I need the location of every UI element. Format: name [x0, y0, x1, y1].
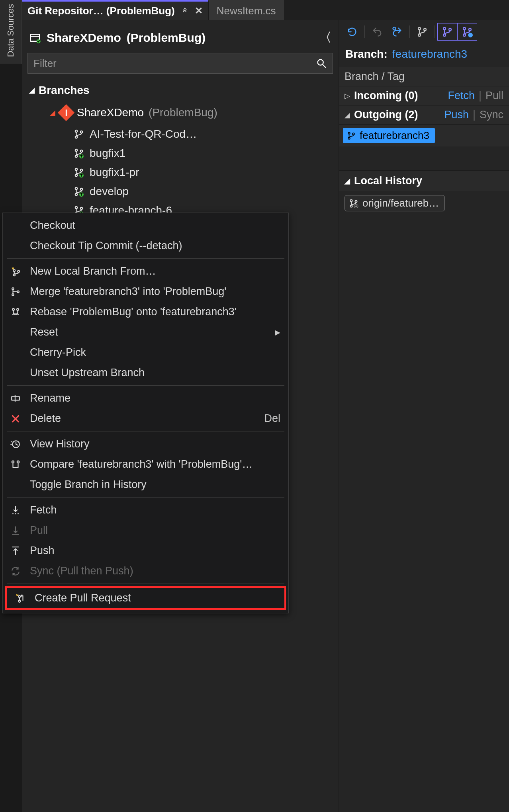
expander-icon: ◢ — [50, 108, 55, 117]
local-history-label: Local History — [354, 175, 422, 187]
branch-name: develop — [90, 185, 129, 198]
undo-button[interactable] — [367, 23, 387, 41]
ctx-compare[interactable]: Compare 'featurebranch3' with 'ProblemBu… — [3, 454, 288, 474]
branch-item[interactable]: bugfix1 — [22, 144, 339, 163]
pull-link[interactable]: Pull — [486, 90, 503, 102]
sync-icon — [10, 566, 21, 576]
ctx-merge[interactable]: Merge 'featurebranch3' into 'ProblemBug' — [3, 281, 288, 302]
ctx-view-history[interactable]: View History — [3, 434, 288, 454]
branch-sync-icon — [462, 26, 473, 37]
repo-header[interactable]: ShareXDemo (ProblemBug) 〈 — [22, 25, 339, 53]
branch-context-menu: Checkout Checkout Tip Commit (--detach) … — [2, 213, 289, 613]
submenu-arrow-icon: ▶ — [275, 328, 280, 337]
highlighted-ctx-create-pr: Create Pull Request — [5, 586, 286, 610]
ctx-push[interactable]: Push — [3, 541, 288, 561]
repo-branch-paren: (ProblemBug) — [127, 31, 206, 45]
ctx-pull: Pull — [3, 520, 288, 541]
ctx-label: Fetch — [30, 504, 57, 516]
fetch-icon — [10, 505, 21, 515]
branch-item[interactable]: develop — [22, 182, 339, 201]
branch-sync-view-button[interactable] — [457, 23, 477, 41]
repo-node-name: ShareXDemo — [77, 106, 144, 119]
current-branch-line: Branch: featurebranch3 — [339, 44, 509, 67]
filter-box[interactable] — [27, 53, 333, 74]
branch-name: bugfix1-pr — [90, 166, 139, 179]
fetch-link[interactable]: Fetch — [448, 90, 475, 102]
outgoing-branch-chip[interactable]: featurebranch3 — [343, 128, 435, 143]
local-history-header[interactable]: ◢ Local History — [339, 170, 509, 191]
branch-remote-icon — [349, 199, 358, 208]
incoming-row[interactable]: ▷ Incoming (0) Fetch | Pull — [339, 86, 509, 105]
svg-point-58 — [18, 513, 19, 514]
branch-graph-button[interactable] — [412, 23, 432, 41]
merge-icon — [10, 287, 21, 297]
branches-section-header[interactable]: ◢ Branches — [22, 82, 339, 104]
tab-title: NewsItem.cs — [217, 5, 276, 17]
refresh-icon — [347, 26, 358, 37]
ctx-rebase[interactable]: Rebase 'ProblemBug' onto 'featurebranch3… — [3, 302, 288, 322]
delete-icon — [10, 414, 21, 424]
repo-node[interactable]: ◢ ShareXDemo (ProblemBug) — [22, 104, 339, 125]
refresh-button[interactable] — [342, 23, 362, 41]
remote-branch-chip[interactable]: origin/featureb… — [345, 195, 445, 211]
svg-point-56 — [12, 513, 14, 514]
tab-title: Git Repositor… (ProblemBug) — [27, 5, 175, 17]
ctx-fetch[interactable]: Fetch — [3, 500, 288, 520]
branch-detail-pane: Branch: featurebranch3 Branch / Tag ▷ In… — [339, 20, 509, 812]
ctx-unset-upstream[interactable]: Unset Upstream Branch — [3, 363, 288, 383]
branch-item[interactable]: AI-Test-for-QR-Cod… — [22, 125, 339, 144]
side-panel-tab-label: Data Sources — [6, 4, 16, 57]
svg-point-37 — [348, 132, 350, 134]
outgoing-label: Outgoing (2) — [354, 109, 418, 121]
undo-icon — [372, 26, 383, 37]
ctx-checkout-tip[interactable]: Checkout Tip Commit (--detach) — [3, 236, 288, 256]
ctx-reset[interactable]: Reset ▶ — [3, 322, 288, 342]
branch-view-button[interactable] — [437, 23, 457, 41]
expander-icon: ◢ — [29, 86, 35, 95]
outgoing-row[interactable]: ◢ Outgoing (2) Push | Sync — [339, 105, 509, 125]
ctx-label: Rename — [30, 392, 70, 404]
ctx-new-local-branch[interactable]: New Local Branch From… — [3, 261, 288, 281]
filter-input[interactable] — [33, 57, 312, 70]
search-icon[interactable] — [316, 58, 327, 69]
svg-point-38 — [348, 137, 350, 139]
document-tabs: Git Repositor… (ProblemBug) ✕ NewsItem.c… — [22, 0, 509, 20]
ctx-label: Checkout — [30, 219, 75, 232]
ctx-label: New Local Branch From… — [30, 265, 156, 277]
separator — [7, 584, 284, 584]
branch-icon — [74, 129, 84, 139]
branch-item[interactable]: bugfix1-pr — [22, 163, 339, 182]
rename-icon — [10, 393, 21, 404]
side-panel-tab-data-sources[interactable]: Data Sources — [0, 0, 22, 64]
history-icon — [10, 439, 21, 449]
separator — [7, 431, 284, 431]
branches-label: Branches — [39, 84, 90, 97]
detail-toolbar — [339, 20, 509, 44]
close-icon[interactable]: ✕ — [195, 5, 203, 16]
expander-icon: ◢ — [345, 177, 350, 185]
branch-value[interactable]: featurebranch3 — [392, 48, 467, 61]
redo-button[interactable] — [387, 23, 407, 41]
svg-point-57 — [15, 513, 16, 514]
ctx-rename[interactable]: Rename — [3, 388, 288, 408]
expander-icon: ▷ — [345, 92, 350, 100]
tab-git-repository[interactable]: Git Repositor… (ProblemBug) ✕ — [22, 0, 208, 20]
ctx-checkout[interactable]: Checkout — [3, 215, 288, 236]
sync-link[interactable]: Sync — [480, 109, 503, 121]
ctx-cherry-pick[interactable]: Cherry-Pick — [3, 342, 288, 363]
push-link[interactable]: Push — [444, 109, 469, 121]
ctx-toggle-branch-history[interactable]: Toggle Branch in History — [3, 474, 288, 495]
branch-name: AI-Test-for-QR-Cod… — [90, 128, 197, 141]
ctx-create-pull-request[interactable]: Create Pull Request — [8, 589, 284, 607]
branch-up-icon — [74, 148, 84, 158]
tab-newsitem-cs[interactable]: NewsItem.cs — [208, 0, 284, 20]
branch-tag-header[interactable]: Branch / Tag — [339, 67, 509, 86]
chevron-left-icon[interactable]: 〈 — [319, 29, 331, 46]
outgoing-branch-chip-row: featurebranch3 — [339, 125, 509, 146]
separator — [7, 258, 284, 259]
ctx-shortcut: Del — [264, 412, 280, 425]
pin-icon[interactable] — [181, 7, 188, 14]
repo-name: ShareXDemo — [47, 31, 121, 45]
ctx-delete[interactable]: Delete Del — [3, 408, 288, 429]
compare-icon — [10, 459, 21, 470]
